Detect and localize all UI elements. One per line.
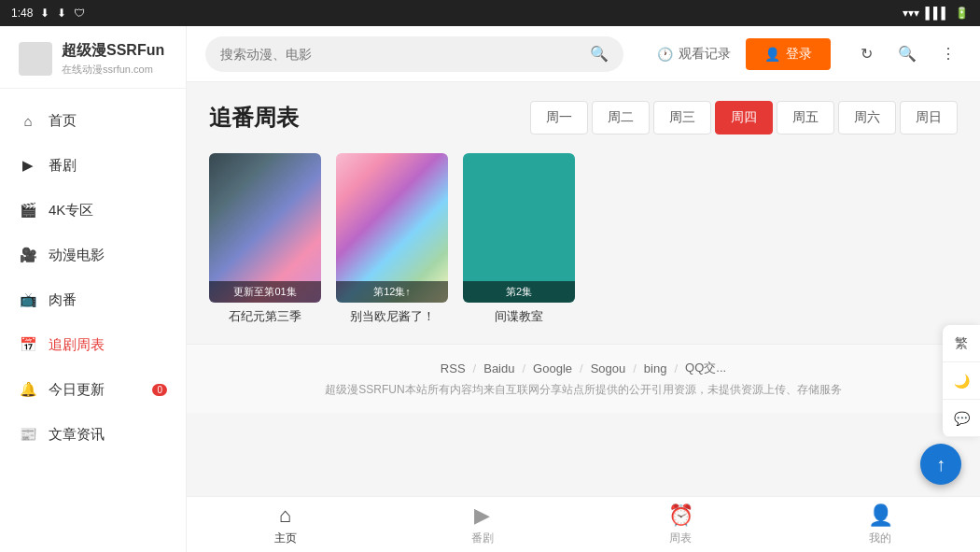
app-subtitle: 在线动漫ssrfun.com xyxy=(62,63,164,77)
card-image-1: 更新至第01集 xyxy=(209,153,321,303)
footer: RSS / Baidu / Google / Sogou / bing / QQ… xyxy=(187,344,980,413)
content-topbar: 🔍 🕐 观看记录 👤 登录 ↻ 🔍 ⋮ xyxy=(187,26,980,82)
sidebar-header: 超级漫SSRFun 在线动漫ssrfun.com xyxy=(0,26,186,89)
sidebar-item-drama[interactable]: ▶ 番剧 xyxy=(0,143,186,188)
app-title: 超级漫SSRFun xyxy=(62,41,164,61)
sidebar: 超级漫SSRFun 在线动漫ssrfun.com ⌂ 首页 ▶ 番剧 🎬 4K专… xyxy=(0,26,187,552)
bottom-nav-drama[interactable]: ▶ 番剧 xyxy=(471,503,494,546)
search-top-icon[interactable]: 🔍 xyxy=(894,41,920,67)
article-icon: 📰 xyxy=(19,425,37,444)
bottom-nav-home-label: 主页 xyxy=(274,531,297,546)
card-title-3: 间谍教室 xyxy=(463,308,575,325)
right-panel: 繁 🌙 💬 xyxy=(943,325,980,437)
footer-link-qq[interactable]: QQ交... xyxy=(685,360,726,376)
tab-fri[interactable]: 周五 xyxy=(777,101,834,134)
content-wrapper: 🔍 🕐 观看记录 👤 登录 ↻ 🔍 ⋮ 追番周表 xyxy=(187,26,980,552)
battery-icon: 🔋 xyxy=(955,7,969,20)
today-badge: 0 xyxy=(152,384,167,396)
sidebar-item-movie-label: 动漫电影 xyxy=(49,247,105,264)
tab-mon[interactable]: 周一 xyxy=(530,101,588,134)
download1-icon: ⬇ xyxy=(40,7,49,20)
tab-thu[interactable]: 周四 xyxy=(715,101,773,134)
sidebar-item-home-label: 首页 xyxy=(49,112,77,130)
footer-link-baidu[interactable]: Baidu xyxy=(483,361,514,375)
sidebar-item-home[interactable]: ⌂ 首页 xyxy=(0,98,186,143)
schedule-bottom-icon: ⏰ xyxy=(668,503,693,528)
sidebar-item-article[interactable]: 📰 文章资讯 xyxy=(0,412,186,457)
drama-icon: ▶ xyxy=(19,156,37,175)
bottom-nav-profile-label: 我的 xyxy=(869,531,891,546)
sidebar-logo: 超级漫SSRFun 在线动漫ssrfun.com xyxy=(19,41,167,77)
schedule-icon: 📅 xyxy=(19,335,37,354)
search-icon: 🔍 xyxy=(590,45,609,63)
sidebar-nav: ⌂ 首页 ▶ 番剧 🎬 4K专区 🎥 动漫电影 📺 肉番 xyxy=(0,89,186,552)
login-button[interactable]: 👤 登录 xyxy=(746,38,831,70)
main-content: 追番周表 周一 周二 周三 周四 周五 周六 周日 xyxy=(187,82,980,496)
schedule-title: 追番周表 xyxy=(209,103,299,133)
refresh-icon[interactable]: ↻ xyxy=(853,41,879,67)
more-icon[interactable]: ⋮ xyxy=(935,41,961,67)
login-label: 登录 xyxy=(786,46,812,63)
watch-history-label: 观看记录 xyxy=(679,46,731,63)
tab-wed[interactable]: 周三 xyxy=(653,101,711,134)
logo-image xyxy=(19,42,52,76)
shield-icon: 🛡 xyxy=(74,7,85,20)
scroll-to-top-button[interactable]: ↑ xyxy=(920,444,961,485)
bottom-nav-drama-label: 番剧 xyxy=(471,531,494,546)
sidebar-item-movie[interactable]: 🎥 动漫电影 xyxy=(0,233,186,277)
profile-bottom-icon: 👤 xyxy=(868,503,893,528)
watch-history-btn[interactable]: 🕐 观看记录 xyxy=(657,46,731,63)
wifi-icon: ▾▾▾ xyxy=(903,7,919,20)
tab-sun[interactable]: 周日 xyxy=(900,101,958,134)
search-box[interactable]: 🔍 xyxy=(205,36,623,72)
status-right: ▾▾▾ ▌▌▌ 🔋 xyxy=(903,7,969,20)
drama-bottom-icon: ▶ xyxy=(474,503,490,528)
footer-links: RSS / Baidu / Google / Sogou / bing / QQ… xyxy=(209,360,958,376)
fab-icon: ↑ xyxy=(936,454,945,475)
footer-link-sogou[interactable]: Sogou xyxy=(591,361,626,375)
tab-sat[interactable]: 周六 xyxy=(838,101,896,134)
content-inner: 追番周表 周一 周二 周三 周四 周五 周六 周日 xyxy=(187,82,980,344)
bottom-nav-profile[interactable]: 👤 我的 xyxy=(868,503,893,546)
clock-icon: 🕐 xyxy=(657,47,673,62)
sidebar-item-hentai-label: 肉番 xyxy=(49,291,77,309)
home-bottom-icon: ⌂ xyxy=(279,503,291,528)
card-badge-2: 第12集↑ xyxy=(336,281,448,303)
day-tabs: 周一 周二 周三 周四 周五 周六 周日 xyxy=(530,101,958,134)
card-title-2: 别当欧尼酱了！ xyxy=(336,308,448,325)
footer-link-google[interactable]: Google xyxy=(533,361,572,375)
list-item[interactable]: 更新至第01集 石纪元第三季 xyxy=(209,153,321,325)
bottom-nav: ⌂ 主页 ▶ 番剧 ⏰ 周表 👤 我的 xyxy=(187,496,980,552)
search-input[interactable] xyxy=(220,47,590,62)
card-badge-1: 更新至第01集 xyxy=(209,281,321,303)
schedule-header: 追番周表 周一 周二 周三 周四 周五 周六 周日 xyxy=(209,101,958,134)
list-item[interactable]: 第2集 间谍教室 xyxy=(463,153,575,325)
sidebar-item-4k[interactable]: 🎬 4K专区 xyxy=(0,188,186,233)
sidebar-item-today-label: 今日更新 xyxy=(49,381,105,399)
sidebar-item-hentai[interactable]: 📺 肉番 xyxy=(0,277,186,322)
sidebar-item-drama-label: 番剧 xyxy=(49,157,77,175)
download2-icon: ⬇ xyxy=(57,7,66,20)
bottom-nav-schedule[interactable]: ⏰ 周表 xyxy=(668,503,693,546)
chat-btn[interactable]: 💬 xyxy=(943,400,980,437)
footer-link-rss[interactable]: RSS xyxy=(441,361,466,375)
cards-row: 更新至第01集 石纪元第三季 第12集↑ 别当欧尼酱了！ xyxy=(209,153,958,325)
footer-link-bing[interactable]: bing xyxy=(644,361,667,375)
sidebar-item-4k-label: 4K专区 xyxy=(49,202,93,219)
4k-icon: 🎬 xyxy=(19,201,37,219)
tab-tue[interactable]: 周二 xyxy=(592,101,650,134)
bottom-nav-schedule-label: 周表 xyxy=(669,531,692,546)
sidebar-item-today[interactable]: 🔔 今日更新 0 xyxy=(0,367,186,412)
bottom-nav-home[interactable]: ⌂ 主页 xyxy=(274,503,297,546)
traditional-btn[interactable]: 繁 xyxy=(943,325,980,362)
status-left: 1:48 ⬇ ⬇ 🛡 xyxy=(11,7,85,20)
card-badge-3: 第2集 xyxy=(463,281,575,303)
theme-btn[interactable]: 🌙 xyxy=(943,362,980,400)
today-icon: 🔔 xyxy=(19,380,37,399)
user-icon: 👤 xyxy=(764,47,780,62)
sidebar-item-schedule[interactable]: 📅 追剧周表 xyxy=(0,322,186,367)
card-image-3: 第2集 xyxy=(463,153,575,303)
list-item[interactable]: 第12集↑ 别当欧尼酱了！ xyxy=(336,153,448,325)
card-title-1: 石纪元第三季 xyxy=(209,308,321,325)
movie-icon: 🎥 xyxy=(19,246,37,264)
